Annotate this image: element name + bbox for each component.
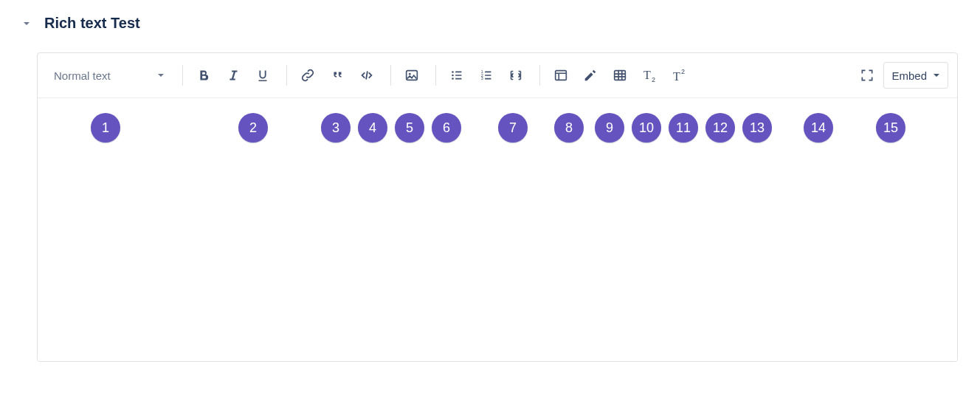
superscript-icon: T2 [670,67,688,83]
svg-point-2 [452,71,454,73]
annotation-badge: 6 [432,113,461,143]
annotation-badge: 7 [498,113,528,143]
svg-point-1 [409,73,411,75]
underline-icon [255,67,271,83]
code-block-button[interactable] [503,62,529,89]
text-style-label: Normal text [54,69,111,82]
annotation-badge: 12 [705,113,735,143]
svg-text:2: 2 [652,76,655,83]
svg-text:T: T [673,70,680,83]
code-block-icon [508,67,524,83]
collapse-icon[interactable] [22,19,31,28]
quote-button[interactable] [324,62,351,89]
annotation-badge: 10 [632,113,661,143]
embed-dropdown[interactable]: Embed [883,62,948,89]
pencil-icon [582,67,598,83]
italic-button[interactable] [220,62,246,89]
text-style-dropdown[interactable]: Normal text [46,62,172,89]
color-button[interactable] [577,62,604,89]
fullscreen-button[interactable] [854,62,880,89]
annotation-badge: 4 [358,113,387,143]
toolbar-separator [435,65,436,86]
table-icon [612,67,628,83]
numbered-list-button[interactable]: 123 [473,62,500,89]
toolbar-separator [182,65,183,86]
chevron-down-icon [933,72,940,79]
annotation-badge: 11 [669,113,698,143]
subscript-button[interactable]: T2 [636,62,663,89]
svg-text:2: 2 [681,68,685,75]
rich-text-editor: Normal text 1 [37,52,958,362]
subscript-icon: T2 [641,67,658,83]
underline-button[interactable] [249,62,276,89]
toolbar-separator [390,65,391,86]
image-icon [404,67,420,83]
svg-text:3: 3 [481,76,483,80]
svg-point-3 [452,75,454,77]
page-title: Rich text Test [44,15,140,32]
toolbar-separator [286,65,287,86]
svg-point-4 [452,78,454,80]
svg-rect-8 [556,71,567,80]
annotation-badge: 8 [554,113,584,143]
numbered-list-icon: 123 [478,67,494,83]
annotation-badge: 1 [91,113,120,143]
superscript-button[interactable]: T2 [666,62,692,89]
annotation-badge: 2 [238,113,268,143]
code-button[interactable] [353,62,380,89]
link-icon [300,67,316,83]
quote-icon [329,67,345,83]
annotation-badge: 3 [321,113,351,143]
image-button[interactable] [398,62,425,89]
bold-icon [196,67,212,83]
annotation-badge: 13 [742,113,772,143]
toolbar-separator [539,65,540,86]
panel-button[interactable] [548,62,574,89]
code-icon [359,67,375,83]
table-button[interactable] [607,62,633,89]
chevron-down-icon [157,72,165,79]
annotation-badge: 15 [876,113,905,143]
editor-toolbar: Normal text 1 [38,53,957,98]
embed-label: Embed [891,69,927,82]
bullet-list-button[interactable] [444,62,470,89]
annotation-badge: 14 [804,113,833,143]
editor-canvas[interactable]: 123456789101112131415 [38,98,957,361]
italic-icon [225,67,241,83]
annotation-badge: 5 [395,113,424,143]
svg-rect-9 [615,71,626,80]
panel-icon [553,67,569,83]
link-button[interactable] [294,62,321,89]
bold-button[interactable] [190,62,217,89]
svg-text:T: T [643,69,651,81]
bullet-list-icon [449,67,465,83]
fullscreen-icon [860,68,874,83]
annotation-badge: 9 [595,113,624,143]
